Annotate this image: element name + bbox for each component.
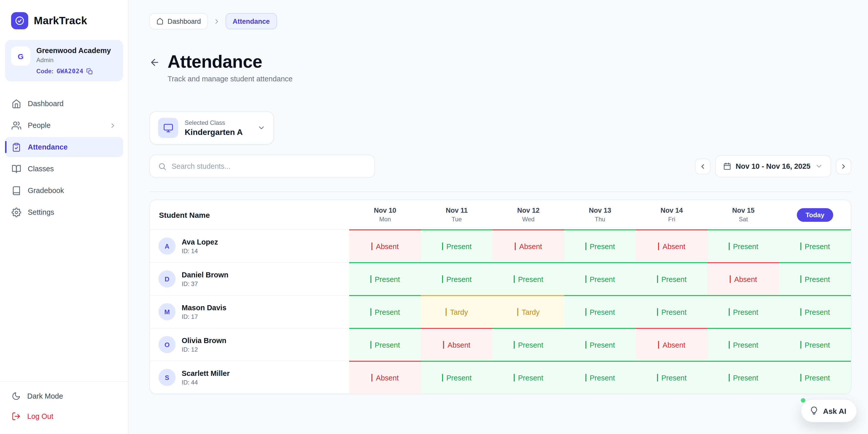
attendance-cell-present[interactable]: Present bbox=[708, 361, 779, 394]
previous-week-button[interactable] bbox=[695, 158, 710, 174]
attendance-cell-tardy[interactable]: Tardy bbox=[421, 295, 493, 328]
day-of-week: Wed bbox=[522, 216, 535, 223]
day-of-week: Fri bbox=[668, 216, 675, 223]
log-out-button[interactable]: Log Out bbox=[5, 407, 123, 426]
attendance-cell-present[interactable]: Present bbox=[421, 262, 493, 295]
status-label: Absent bbox=[519, 242, 542, 250]
dark-mode-toggle[interactable]: Dark Mode bbox=[5, 386, 123, 406]
search-input[interactable] bbox=[172, 162, 366, 170]
table-body: AAva LopezID: 14AbsentPresentAbsentPrese… bbox=[150, 229, 851, 394]
breadcrumb-attendance[interactable]: Attendance bbox=[225, 13, 277, 29]
attendance-cell-present[interactable]: Present bbox=[636, 262, 708, 295]
attendance-cell-tardy[interactable]: Tardy bbox=[493, 295, 564, 328]
back-button[interactable] bbox=[149, 57, 160, 68]
attendance-cell-present[interactable]: Present bbox=[708, 295, 779, 328]
class-selector[interactable]: Selected Class Kindergarten A bbox=[149, 111, 274, 145]
attendance-cell-present[interactable]: Present bbox=[708, 229, 779, 262]
sidebar-item-dashboard[interactable]: Dashboard bbox=[5, 93, 123, 114]
status-accent-bar bbox=[730, 276, 731, 283]
status-label: Present bbox=[590, 275, 615, 283]
status-accent-bar bbox=[800, 308, 801, 316]
status-accent-bar bbox=[442, 276, 443, 283]
attendance-cell-present[interactable]: Present bbox=[636, 295, 708, 328]
student-info: Olivia BrownID: 12 bbox=[182, 336, 226, 353]
attendance-cell-present[interactable]: Present bbox=[779, 328, 851, 361]
ask-ai-button[interactable]: Ask AI bbox=[801, 399, 857, 423]
week-range-selector[interactable]: Nov 10 - Nov 16, 2025 bbox=[715, 155, 831, 177]
sidebar-item-label: Settings bbox=[28, 208, 54, 216]
attendance-cell-present[interactable]: Present bbox=[421, 229, 493, 262]
day-date: Nov 14 bbox=[660, 207, 683, 214]
status-label: Present bbox=[805, 374, 830, 382]
attendance-cell-absent[interactable]: Absent bbox=[636, 328, 708, 361]
attendance-cell-absent[interactable]: Absent bbox=[708, 262, 779, 295]
attendance-cell-present[interactable]: Present bbox=[349, 262, 421, 295]
attendance-cell-present[interactable]: Present bbox=[779, 295, 851, 328]
dark-mode-label: Dark Mode bbox=[27, 392, 63, 400]
school-info: Greenwood Academy Admin Code: GWA2024 bbox=[36, 47, 111, 75]
attendance-cell-present[interactable]: Present bbox=[779, 361, 851, 394]
status-accent-bar bbox=[585, 374, 586, 381]
student-id: ID: 44 bbox=[182, 379, 229, 386]
attendance-cell-present[interactable]: Present bbox=[564, 262, 636, 295]
sidebar-item-attendance[interactable]: Attendance bbox=[5, 137, 123, 157]
online-status-dot bbox=[801, 398, 805, 403]
attendance-cell-present[interactable]: Present bbox=[421, 361, 493, 394]
status-accent-bar bbox=[800, 276, 801, 283]
status-accent-bar bbox=[800, 374, 801, 381]
search-box bbox=[149, 154, 375, 178]
chevron-down-icon bbox=[257, 124, 266, 132]
attendance-cell-present[interactable]: Present bbox=[779, 229, 851, 262]
calendar-icon bbox=[723, 162, 731, 170]
home-icon bbox=[156, 18, 163, 25]
attendance-cell-absent[interactable]: Absent bbox=[349, 361, 421, 394]
sidebar-item-people[interactable]: People bbox=[5, 115, 123, 136]
sidebar-item-classes[interactable]: Classes bbox=[5, 158, 123, 179]
app-logo: MarkTrack bbox=[0, 12, 128, 29]
student-name: Mason Davis bbox=[182, 303, 226, 312]
column-header-day: Nov 11Tue bbox=[421, 200, 493, 229]
sidebar-item-settings[interactable]: Settings bbox=[5, 202, 123, 222]
status-accent-bar bbox=[728, 341, 730, 349]
student-name: Olivia Brown bbox=[182, 336, 226, 344]
sidebar: MarkTrack G Greenwood Academy Admin Code… bbox=[0, 0, 129, 434]
status-accent-bar bbox=[370, 341, 371, 349]
gear-icon bbox=[11, 207, 21, 217]
status-accent-bar bbox=[514, 374, 515, 381]
app-window: MarkTrack G Greenwood Academy Admin Code… bbox=[0, 0, 868, 434]
day-date: Nov 12 bbox=[517, 207, 540, 214]
attendance-cell-present[interactable]: Present bbox=[564, 328, 636, 361]
status-label: Tardy bbox=[450, 308, 468, 316]
status-accent-bar bbox=[514, 276, 515, 283]
attendance-cell-present[interactable]: Present bbox=[564, 229, 636, 262]
next-week-button[interactable] bbox=[836, 158, 851, 174]
attendance-cell-present[interactable]: Present bbox=[564, 295, 636, 328]
marktrack-logo-icon bbox=[11, 12, 28, 29]
attendance-cell-absent[interactable]: Absent bbox=[421, 328, 493, 361]
table-controls: Nov 10 - Nov 16, 2025 bbox=[149, 154, 851, 178]
status-label: Absent bbox=[447, 341, 470, 349]
class-selector-text: Selected Class Kindergarten A bbox=[185, 119, 243, 137]
attendance-cell-present[interactable]: Present bbox=[708, 328, 779, 361]
breadcrumb-dashboard[interactable]: Dashboard bbox=[149, 13, 208, 29]
sidebar-item-gradebook[interactable]: Gradebook bbox=[5, 180, 123, 201]
chevron-right-icon bbox=[840, 163, 847, 170]
attendance-cell-present[interactable]: Present bbox=[493, 328, 564, 361]
attendance-cell-present[interactable]: Present bbox=[493, 262, 564, 295]
attendance-cell-present[interactable]: Present bbox=[493, 361, 564, 394]
attendance-cell-present[interactable]: Present bbox=[636, 361, 708, 394]
student-cell: DDaniel BrownID: 37 bbox=[150, 262, 349, 295]
attendance-cell-absent[interactable]: Absent bbox=[493, 229, 564, 262]
attendance-cell-absent[interactable]: Absent bbox=[636, 229, 708, 262]
status-label: Present bbox=[375, 341, 400, 349]
attendance-cell-present[interactable]: Present bbox=[779, 262, 851, 295]
copy-icon[interactable] bbox=[87, 68, 93, 75]
status-label: Present bbox=[518, 275, 543, 283]
attendance-cell-present[interactable]: Present bbox=[564, 361, 636, 394]
attendance-cell-absent[interactable]: Absent bbox=[349, 229, 421, 262]
attendance-cell-present[interactable]: Present bbox=[349, 295, 421, 328]
status-accent-bar bbox=[657, 308, 658, 316]
breadcrumb-dashboard-label: Dashboard bbox=[167, 18, 201, 25]
student-name: Ava Lopez bbox=[182, 238, 218, 246]
attendance-cell-present[interactable]: Present bbox=[349, 328, 421, 361]
